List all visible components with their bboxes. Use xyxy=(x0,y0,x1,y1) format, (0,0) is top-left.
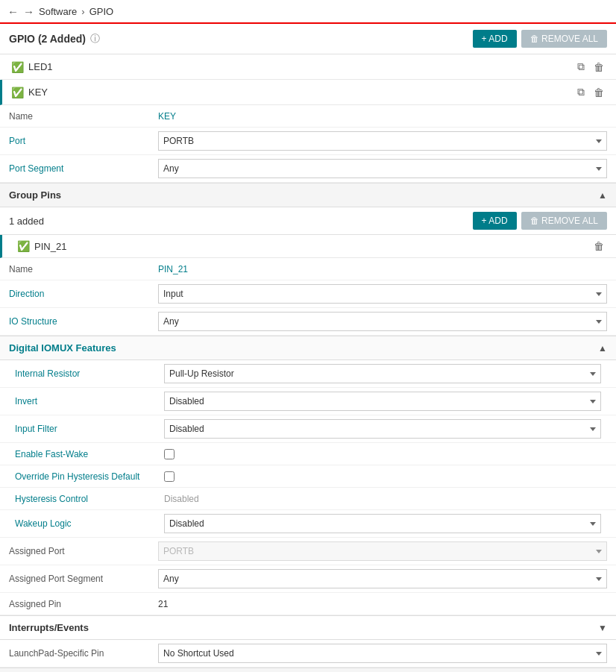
gpio-item-led1[interactable]: ✅ LED1 ⧉ 🗑 xyxy=(0,54,616,80)
override-pin-row: Override Pin Hysteresis Default xyxy=(0,465,616,488)
gpio-item-key-actions: ⧉ 🗑 xyxy=(574,84,607,100)
assigned-port-label: Assigned Port xyxy=(9,546,158,556)
assigned-port-segment-label: Assigned Port Segment xyxy=(9,574,158,584)
assigned-form: Assigned Port PORTB Assigned Port Segmen… xyxy=(0,538,616,615)
group-pins-chevron: ▲ xyxy=(598,190,607,201)
assigned-port-select: PORTB xyxy=(158,541,607,561)
input-filter-row: Input Filter Disabled Enabled xyxy=(0,415,616,443)
top-bar: ← → Software › GPIO xyxy=(0,0,616,24)
gpio-item-key-label: ✅ KEY xyxy=(11,87,48,98)
page-header: GPIO (2 Added) ⓘ + ADD 🗑 REMOVE ALL xyxy=(0,24,616,54)
gpio-item-led1-name: LED1 xyxy=(28,61,53,72)
back-arrow[interactable]: ← xyxy=(7,5,19,18)
wakeup-logic-select[interactable]: Disabled Enabled xyxy=(164,514,601,533)
io-structure-select[interactable]: Any CMOS OD xyxy=(158,312,607,331)
digital-iomux-form: Internal Resistor Pull-Up Resistor Pull-… xyxy=(0,360,616,538)
pin-21-name: PIN_21 xyxy=(34,241,66,252)
breadcrumb-software[interactable]: Software xyxy=(39,6,77,17)
launchpad-label: LaunchPad-Specific Pin xyxy=(9,648,158,659)
io-structure-row: IO Structure Any CMOS OD xyxy=(0,308,616,336)
port-row: Port PORTB PORTA PORTC xyxy=(0,128,616,155)
override-pin-label: Override Pin Hysteresis Default xyxy=(15,471,164,482)
pin-name-value[interactable]: PIN_21 xyxy=(158,264,607,274)
direction-select[interactable]: Input Output Bidirectional xyxy=(158,284,607,304)
enable-fast-wake-checkbox[interactable] xyxy=(164,449,175,459)
assigned-pin-label: Assigned Pin xyxy=(9,599,158,609)
assigned-port-segment-select[interactable]: Any Low High xyxy=(158,569,607,588)
delete-key-button[interactable]: 🗑 xyxy=(591,84,607,100)
digital-iomux-chevron: ▲ xyxy=(598,343,607,354)
digital-iomux-header[interactable]: Digital IOMUX Features ▲ xyxy=(0,336,616,360)
invert-row: Invert Disabled Enabled xyxy=(0,388,616,415)
forward-arrow[interactable]: → xyxy=(23,5,34,18)
hysteresis-control-label: Hysteresis Control xyxy=(15,494,164,504)
assigned-port-row: Assigned Port PORTB xyxy=(0,538,616,565)
invert-select[interactable]: Disabled Enabled xyxy=(164,392,601,411)
interrupts-chevron: ▼ xyxy=(598,623,607,633)
digital-iomux-title-area: Digital IOMUX Features xyxy=(9,342,116,354)
pin-21-label-area: ✅ PIN_21 xyxy=(17,240,66,252)
digital-iomux-title: Digital IOMUX Features xyxy=(9,342,116,354)
group-pins-section-header[interactable]: Group Pins ▲ xyxy=(0,183,616,207)
hysteresis-control-row: Hysteresis Control Disabled xyxy=(0,488,616,510)
launchpad-select[interactable]: No Shortcut Used S1 S2 LED1 LED2 xyxy=(158,644,607,663)
port-label: Port xyxy=(9,136,158,146)
wakeup-logic-label: Wakeup Logic xyxy=(15,518,164,529)
page-title-area: GPIO (2 Added) ⓘ xyxy=(9,32,100,45)
assigned-pin-value: 21 xyxy=(158,599,607,609)
port-segment-select[interactable]: Any Low High xyxy=(158,159,607,178)
assigned-port-segment-row: Assigned Port Segment Any Low High xyxy=(0,565,616,593)
port-segment-label: Port Segment xyxy=(9,163,158,174)
interrupts-section-header[interactable]: Interrupts/Events ▼ xyxy=(0,615,616,640)
pins-remove-all-button[interactable]: 🗑 REMOVE ALL xyxy=(521,212,607,230)
name-row: Name KEY xyxy=(0,105,616,128)
name-label: Name xyxy=(9,111,158,122)
pin-21-item[interactable]: ✅ PIN_21 🗑 xyxy=(0,235,616,258)
pins-add-button[interactable]: + ADD xyxy=(473,212,517,230)
input-filter-select[interactable]: Disabled Enabled xyxy=(164,419,601,439)
pins-actions: + ADD 🗑 REMOVE ALL xyxy=(473,212,607,230)
direction-label: Direction xyxy=(9,289,158,299)
gpio-item-led1-label: ✅ LED1 xyxy=(11,61,53,73)
page-title: GPIO (2 Added) xyxy=(9,33,86,45)
pins-added-label-area: 1 added xyxy=(9,216,44,227)
delete-pin21-button[interactable]: 🗑 xyxy=(591,239,607,254)
internal-resistor-select[interactable]: Pull-Up Resistor Pull-Down Resistor None xyxy=(164,364,601,383)
direction-row: Direction Input Output Bidirectional xyxy=(0,280,616,308)
pins-added-row: 1 added + ADD 🗑 REMOVE ALL xyxy=(0,207,616,235)
enable-fast-wake-row: Enable Fast-Wake xyxy=(0,443,616,465)
gpio-item-key-name: KEY xyxy=(28,87,48,98)
copy-key-button[interactable]: ⧉ xyxy=(574,84,588,100)
port-select[interactable]: PORTB PORTA PORTC xyxy=(158,131,607,151)
check-icon-key: ✅ xyxy=(11,87,24,98)
port-segment-row: Port Segment Any Low High xyxy=(0,155,616,183)
copy-led1-button[interactable]: ⧉ xyxy=(574,59,588,75)
interrupts-title: Interrupts/Events xyxy=(9,622,89,633)
pin-name-row: Name PIN_21 xyxy=(0,258,616,280)
hysteresis-control-value: Disabled xyxy=(164,494,601,504)
gpio-item-led1-actions: ⧉ 🗑 xyxy=(574,59,607,75)
group-pins-title: Group Pins xyxy=(9,189,61,201)
pin-21-actions: 🗑 xyxy=(591,239,607,254)
assigned-pin-row: Assigned Pin 21 xyxy=(0,593,616,615)
key-form: Name KEY Port PORTB PORTA PORTC Port Seg… xyxy=(0,105,616,183)
enable-fast-wake-label: Enable Fast-Wake xyxy=(15,449,164,459)
pin-form: Name PIN_21 Direction Input Output Bidir… xyxy=(0,258,616,336)
pinmux-section-header[interactable]: PinMux Peripheral and Pin Configuration … xyxy=(0,668,616,672)
pins-added-count: 1 added xyxy=(9,216,44,227)
add-button[interactable]: + ADD xyxy=(473,30,517,48)
pin-name-label: Name xyxy=(9,264,158,274)
name-value[interactable]: KEY xyxy=(158,111,607,122)
io-structure-label: IO Structure xyxy=(9,316,158,327)
override-pin-checkbox[interactable] xyxy=(164,471,175,482)
gpio-item-key[interactable]: ✅ KEY ⧉ 🗑 xyxy=(0,80,616,105)
invert-label: Invert xyxy=(15,396,164,406)
info-icon[interactable]: ⓘ xyxy=(90,32,100,45)
check-icon-pin21: ✅ xyxy=(17,240,30,252)
breadcrumb-sep1: › xyxy=(81,6,84,17)
remove-all-button[interactable]: 🗑 REMOVE ALL xyxy=(521,30,607,48)
header-buttons: + ADD 🗑 REMOVE ALL xyxy=(473,30,607,48)
wakeup-logic-row: Wakeup Logic Disabled Enabled xyxy=(0,510,616,538)
delete-led1-button[interactable]: 🗑 xyxy=(591,59,607,75)
internal-resistor-row: Internal Resistor Pull-Up Resistor Pull-… xyxy=(0,360,616,388)
